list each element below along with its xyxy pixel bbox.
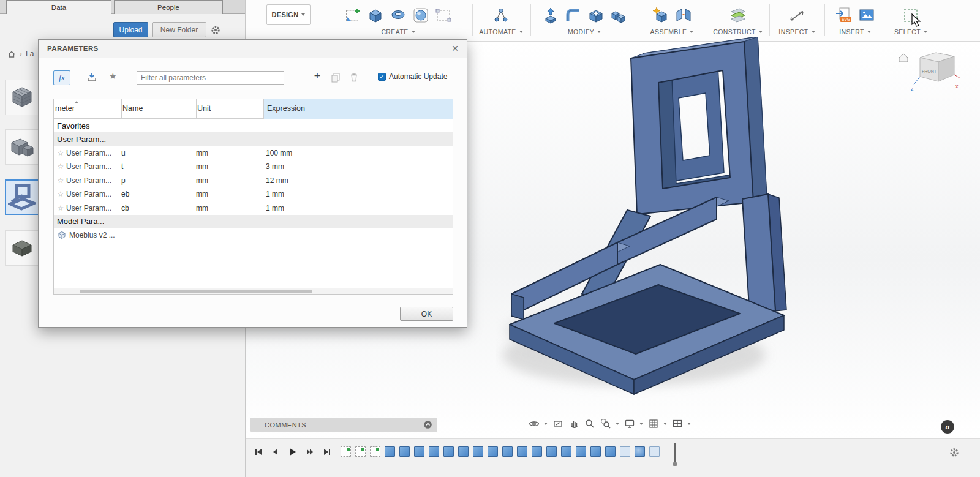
row-name[interactable]: cb bbox=[121, 204, 196, 212]
favorite-star-icon[interactable]: ☆ bbox=[55, 204, 66, 212]
favorites-filter-star-icon[interactable]: ★ bbox=[109, 71, 117, 81]
tab-people[interactable]: People bbox=[114, 0, 223, 14]
parameter-row[interactable]: ☆User Param... cb mm 1 mm bbox=[54, 201, 453, 214]
extrude-feature-icon[interactable] bbox=[385, 446, 395, 457]
column-header-parameter[interactable]: meter bbox=[55, 104, 75, 113]
assistant-button[interactable]: a bbox=[941, 420, 954, 434]
look-at-icon[interactable] bbox=[552, 418, 564, 429]
import-parameter-icon[interactable] bbox=[86, 72, 97, 83]
row-name[interactable]: t bbox=[121, 162, 196, 171]
combine-icon[interactable] bbox=[608, 5, 629, 26]
extrude-feature-icon[interactable] bbox=[546, 446, 557, 457]
parameter-row[interactable]: ☆User Param... t mm 3 mm bbox=[54, 160, 453, 173]
row-unit[interactable]: mm bbox=[196, 176, 263, 185]
extrude-feature-icon[interactable] bbox=[576, 446, 586, 457]
inspect-dropdown[interactable]: INSPECT bbox=[770, 28, 824, 36]
row-expression[interactable]: 12 mm bbox=[263, 176, 453, 185]
display-settings-icon[interactable] bbox=[624, 418, 643, 429]
insert-canvas-icon[interactable] bbox=[856, 5, 877, 26]
create-box-icon[interactable] bbox=[365, 5, 386, 26]
group-row-model-parameters[interactable]: Model Para... bbox=[54, 215, 453, 228]
extrude-feature-icon[interactable] bbox=[605, 446, 616, 457]
insert-svg-icon[interactable]: SVG bbox=[834, 5, 854, 26]
group-row-user-parameters[interactable]: User Param... bbox=[54, 132, 453, 146]
favorite-star-icon[interactable]: ☆ bbox=[55, 149, 66, 157]
delete-parameter-icon[interactable] bbox=[349, 72, 360, 83]
parameter-row[interactable]: ☆User Param... u mm 100 mm bbox=[54, 146, 453, 160]
extrude-feature-icon[interactable] bbox=[458, 446, 469, 457]
assemble-dropdown[interactable]: ASSEMBLE bbox=[638, 28, 706, 36]
favorite-star-icon[interactable]: ☆ bbox=[55, 190, 66, 198]
group-row-favorites[interactable]: Favorites bbox=[54, 119, 453, 132]
extrude-feature-icon[interactable] bbox=[561, 446, 571, 457]
row-expression[interactable]: 3 mm bbox=[263, 162, 453, 171]
ok-button[interactable]: OK bbox=[400, 307, 453, 321]
row-name[interactable]: eb bbox=[121, 190, 196, 198]
breadcrumb-folder-label[interactable]: La bbox=[26, 50, 34, 58]
row-unit[interactable]: mm bbox=[196, 162, 263, 171]
create-torus-icon[interactable] bbox=[388, 5, 409, 26]
extrude-feature-icon[interactable] bbox=[399, 446, 410, 457]
play-icon[interactable] bbox=[287, 446, 298, 457]
row-unit[interactable]: mm bbox=[196, 149, 263, 157]
revolve-feature-icon[interactable] bbox=[635, 446, 645, 457]
pan-icon[interactable] bbox=[568, 418, 579, 429]
chamfer-feature-icon[interactable] bbox=[620, 446, 630, 457]
comments-expand-icon[interactable] bbox=[423, 420, 432, 429]
close-icon[interactable]: ✕ bbox=[450, 43, 461, 54]
sort-indicator-icon[interactable] bbox=[75, 101, 78, 103]
row-name[interactable]: u bbox=[121, 149, 196, 157]
row-name[interactable]: p bbox=[121, 176, 196, 185]
extrude-feature-icon[interactable] bbox=[517, 446, 527, 457]
shell-icon[interactable] bbox=[586, 5, 606, 26]
measure-icon[interactable] bbox=[786, 5, 807, 26]
zoom-icon[interactable] bbox=[584, 418, 595, 429]
favorite-star-icon[interactable]: ☆ bbox=[55, 162, 66, 171]
extrude-feature-icon[interactable] bbox=[488, 446, 498, 457]
dialog-header[interactable]: PARAMETERS ✕ bbox=[39, 40, 467, 58]
sketch-feature-icon[interactable] bbox=[341, 446, 351, 457]
filter-parameters-input[interactable] bbox=[137, 71, 284, 85]
create-form-icon[interactable] bbox=[410, 5, 431, 26]
timeline-playhead[interactable] bbox=[674, 443, 676, 462]
step-back-icon[interactable] bbox=[270, 446, 281, 457]
joint-icon[interactable] bbox=[673, 5, 694, 26]
add-parameter-icon[interactable]: + bbox=[312, 70, 323, 83]
new-folder-button[interactable]: New Folder bbox=[152, 22, 206, 37]
project-thumbnail-1[interactable] bbox=[5, 80, 39, 115]
column-header-unit[interactable]: Unit bbox=[197, 104, 211, 113]
parameter-row[interactable]: ☆User Param... eb mm 1 mm bbox=[54, 187, 453, 201]
extrude-feature-icon[interactable] bbox=[590, 446, 601, 457]
go-to-end-icon[interactable] bbox=[322, 446, 333, 457]
row-unit[interactable]: mm bbox=[196, 204, 263, 212]
column-header-expression[interactable]: Expression bbox=[267, 104, 305, 113]
automate-icon[interactable] bbox=[491, 5, 511, 26]
fillet-icon[interactable] bbox=[563, 5, 584, 26]
timeline-gear-icon[interactable] bbox=[949, 447, 960, 458]
row-expression[interactable]: 100 mm bbox=[263, 149, 453, 157]
favorite-star-icon[interactable]: ☆ bbox=[55, 176, 66, 185]
construct-plane-icon[interactable] bbox=[728, 5, 748, 26]
fit-icon[interactable] bbox=[600, 418, 619, 429]
view-cube[interactable]: FRONT z x bbox=[895, 48, 963, 102]
project-thumbnail-3-selected[interactable] bbox=[5, 179, 39, 215]
extrude-feature-icon[interactable] bbox=[532, 446, 542, 457]
extrude-feature-icon[interactable] bbox=[429, 446, 439, 457]
automatic-update-checkbox[interactable]: ✓ Automatic Update bbox=[378, 72, 447, 81]
parameter-row[interactable]: ☆User Param... p mm 12 mm bbox=[54, 174, 453, 187]
insert-dropdown[interactable]: INSERT bbox=[825, 28, 885, 36]
step-forward-icon[interactable] bbox=[304, 446, 315, 457]
new-component-icon[interactable] bbox=[650, 5, 671, 26]
go-to-start-icon[interactable] bbox=[253, 446, 264, 457]
press-pull-icon[interactable] bbox=[540, 5, 561, 26]
horizontal-scrollbar[interactable] bbox=[54, 288, 453, 294]
viewports-icon[interactable] bbox=[672, 418, 691, 429]
tab-data[interactable]: Data bbox=[6, 0, 111, 14]
project-thumbnail-4[interactable] bbox=[5, 230, 39, 266]
modify-dropdown[interactable]: MODIFY bbox=[532, 28, 637, 36]
orbit-icon[interactable] bbox=[529, 418, 548, 429]
project-thumbnail-2[interactable] bbox=[5, 129, 39, 165]
upload-button[interactable]: Upload bbox=[113, 22, 148, 37]
comments-bar[interactable]: COMMENTS bbox=[250, 418, 437, 432]
create-base-feature-icon[interactable] bbox=[433, 5, 454, 26]
